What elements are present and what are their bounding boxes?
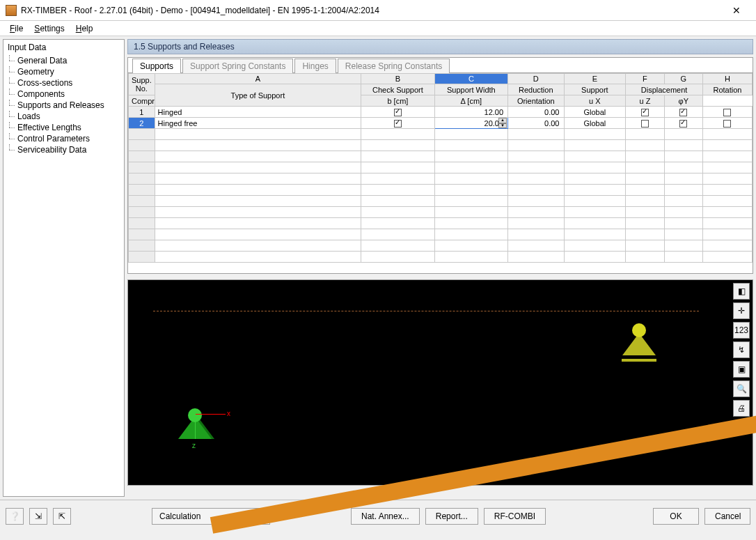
tab-hinges[interactable]: Hinges (294, 59, 336, 73)
checkbox-icon (679, 109, 687, 116)
menu-settings[interactable]: Settings (29, 22, 70, 35)
col-e[interactable]: E (564, 74, 626, 84)
viz-btn-zoom[interactable]: 🔍 (733, 380, 750, 397)
dash-line (153, 311, 699, 311)
export-button[interactable]: ⇲ (29, 508, 47, 525)
viz-toolbar: ◧ ✛ 123 ↯ ▣ 🔍 🖨 (733, 283, 750, 417)
viz-btn-3d[interactable]: ▣ (733, 361, 750, 378)
checkbox-icon (723, 109, 731, 116)
hdr-red1: Reduction (508, 84, 564, 95)
tree-item-control-params[interactable]: Control Parameters (3, 133, 124, 144)
tree-item-components[interactable]: Components (3, 88, 124, 100)
checkbox-icon (641, 109, 649, 116)
checkbox-icon (723, 120, 731, 128)
viz-btn-values[interactable]: 123 (733, 322, 750, 339)
tree-item-general[interactable]: General Data (3, 55, 124, 66)
nat-annex-button[interactable]: Nat. Annex... (351, 508, 420, 525)
hdr-uz: u Z (626, 95, 664, 107)
titlebar: RX-TIMBER - Roof - 2.27.01 (64bit) - Dem… (0, 0, 756, 21)
tab-supports[interactable]: Supports (132, 59, 181, 73)
tab-release-spring[interactable]: Release Spring Constants (338, 59, 450, 73)
checkbox-icon (641, 120, 649, 128)
axis-z (195, 414, 196, 439)
checkbox-icon (679, 120, 687, 128)
checkbox-icon (394, 120, 402, 128)
viz-btn-print[interactable]: 🖨 (733, 400, 750, 417)
hdr-width1: Support Width (434, 84, 507, 95)
hdr-check1: Check Support (361, 84, 434, 95)
tree-item-cross-sections[interactable]: Cross-sections (3, 77, 124, 88)
col-g[interactable]: G (664, 74, 702, 84)
viz-btn-view[interactable]: ◧ (733, 283, 750, 300)
hdr-type: Type of Support (155, 84, 361, 107)
width-input[interactable]: 20.00▲▼ (434, 118, 507, 129)
tab-row: Supports Support Spring Constants Hinges… (128, 58, 753, 73)
tree-panel: Input Data General Data Geometry Cross-s… (3, 39, 125, 497)
hdr-rot1: Rotation (702, 84, 752, 95)
col-f[interactable]: F (626, 74, 664, 84)
col-a[interactable]: A (155, 74, 361, 84)
tree-root[interactable]: Input Data (3, 40, 124, 55)
menu-help[interactable]: Help (70, 22, 99, 35)
spinner-icon[interactable]: ▲▼ (498, 118, 507, 128)
support-right (622, 333, 656, 355)
window-title: RX-TIMBER - Roof - 2.27.01 (64bit) - Dem… (21, 6, 723, 15)
report-button[interactable]: Report... (425, 508, 478, 525)
checkbox-icon (394, 109, 402, 116)
footer: ❔ ⇲ ⇱ Calculation Nat. Annex... Report..… (0, 500, 756, 532)
menu-file[interactable]: File (4, 22, 29, 35)
hdr-disp: Displacement (626, 84, 703, 95)
table-row[interactable]: 1 Hinged 12.00 0.00 Global (129, 107, 753, 118)
hdr-orient2: Orientation (508, 95, 564, 107)
hdr-ux: u X (564, 95, 626, 107)
col-d[interactable]: D (508, 74, 564, 84)
tree-item-geometry[interactable]: Geometry (3, 66, 124, 77)
tree-item-serviceability[interactable]: Serviceability Data (3, 144, 124, 155)
close-button[interactable]: ✕ (723, 5, 750, 16)
app-icon (6, 5, 17, 16)
col-c[interactable]: C (434, 74, 507, 84)
help-button[interactable]: ❔ (6, 508, 24, 525)
axis-x (195, 414, 226, 415)
rf-combi-button[interactable]: RF-COMBI (484, 508, 546, 525)
hdr-width2: b [cm] (361, 95, 434, 107)
grid[interactable]: Supp.No. A B C D E F G H Type of Support… (127, 73, 753, 274)
hdr-orient1: Support (564, 84, 626, 95)
hdr-suppno: Supp.No. (129, 74, 155, 95)
section-title: 1.5 Supports and Releases (127, 39, 753, 54)
visualization[interactable]: x z ◧ ✛ 123 ↯ ▣ 🔍 🖨 (127, 279, 753, 486)
hdr-check2: Compression (129, 95, 155, 107)
tree-item-supports[interactable]: Supports and Releases (3, 100, 124, 111)
viz-btn-axes[interactable]: ↯ (733, 341, 750, 358)
table-row[interactable]: 2 Hinged free 20.00▲▼ 0.00 Global (129, 118, 753, 129)
cancel-button[interactable]: Cancel (704, 508, 750, 525)
hdr-red2: Δ [cm] (434, 95, 507, 107)
col-h[interactable]: H (702, 74, 752, 84)
tab-spring-constants[interactable]: Support Spring Constants (182, 59, 293, 73)
menubar: File Settings Help (0, 21, 756, 36)
ok-button[interactable]: OK (653, 508, 699, 525)
hdr-rot2: φY (664, 95, 702, 107)
tree-item-eff-lengths[interactable]: Effective Lengths (3, 122, 124, 133)
tree-item-loads[interactable]: Loads (3, 111, 124, 122)
import-button[interactable]: ⇱ (53, 508, 71, 525)
col-b[interactable]: B (361, 74, 434, 84)
viz-btn-move[interactable]: ✛ (733, 302, 750, 319)
